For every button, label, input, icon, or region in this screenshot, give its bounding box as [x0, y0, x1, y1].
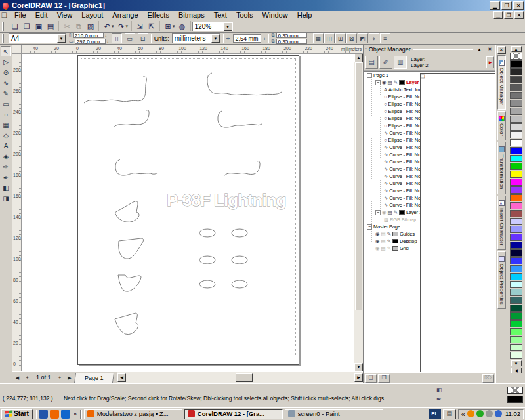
color-swatch[interactable]	[510, 178, 522, 186]
fill-tool[interactable]: ◧	[1, 182, 11, 193]
color-swatch[interactable]	[510, 186, 522, 194]
color-swatch[interactable]	[510, 320, 522, 327]
printer-tray-button[interactable]: ▤	[443, 409, 456, 419]
color-swatch[interactable]	[510, 202, 522, 209]
tray-icon-3[interactable]	[486, 410, 493, 417]
print-button[interactable]: ▤	[45, 21, 56, 32]
printable-icon[interactable]: ▤	[381, 238, 386, 244]
add-page-before-button[interactable]: +	[22, 373, 32, 383]
nudge-spinner[interactable]: ↕	[264, 37, 266, 41]
document-close-button[interactable]: ✕	[514, 11, 524, 19]
color-swatch[interactable]	[510, 352, 522, 359]
color-swatch[interactable]	[510, 108, 522, 115]
snap-to-grid-button[interactable]: ▦	[313, 33, 324, 43]
menu-arrange[interactable]: Arrange	[108, 10, 142, 20]
docker-tab-object-manager[interactable]: Object Manager	[497, 55, 506, 110]
no-color-swatch[interactable]	[510, 52, 522, 60]
color-swatch[interactable]	[510, 131, 522, 138]
toolbar-grip[interactable]	[2, 22, 4, 31]
drawing-canvas[interactable]: P-38F Lightning	[22, 54, 354, 371]
paper-width-field[interactable]: 210,0 mm	[73, 33, 104, 38]
editable-icon[interactable]: ✎	[394, 79, 398, 85]
rectangle-tool[interactable]: ▭	[1, 98, 11, 109]
color-swatch[interactable]	[510, 297, 522, 304]
docker-grip[interactable]: ”	[365, 47, 367, 52]
start-button[interactable]: Start	[1, 409, 33, 419]
color-swatch[interactable]	[510, 171, 522, 178]
units-dropdown-icon[interactable]: ▾	[211, 34, 220, 43]
color-swatch[interactable]	[510, 289, 522, 296]
quick-launch-media-icon[interactable]	[61, 410, 70, 419]
ruler-origin[interactable]	[12, 45, 22, 54]
menu-view[interactable]: View	[52, 10, 77, 20]
export-button[interactable]: ⇱	[146, 21, 158, 32]
visibility-icon[interactable]: ◉	[382, 209, 387, 215]
duplicate-x-field[interactable]: 6,35 mm	[276, 33, 307, 38]
interactive-fill-tool[interactable]: ◨	[1, 193, 11, 203]
paper-size-combo[interactable]: A4 ▾	[9, 33, 66, 43]
docker-close-button[interactable]: ✕	[486, 45, 494, 53]
edit-across-layers-button[interactable]: ✐	[379, 56, 392, 69]
color-swatch[interactable]	[510, 92, 522, 99]
docker-tab-object-properties[interactable]: Object Properties	[497, 251, 506, 309]
scroll-up-button[interactable]: ▲	[354, 54, 363, 62]
color-swatch[interactable]	[510, 147, 522, 154]
printable-icon[interactable]: ▤	[381, 231, 386, 237]
color-swatch[interactable]	[510, 265, 522, 272]
application-launcher-button-dropdown[interactable]: ▾	[173, 24, 175, 29]
undo-button-dropdown[interactable]: ▾	[112, 24, 114, 29]
smart-drawing-tool[interactable]: ✎	[1, 88, 11, 98]
basic-shapes-tool[interactable]: ◇	[1, 130, 11, 140]
horizontal-scrollbar[interactable]: ◀ ▶	[117, 372, 363, 383]
fill-color-swatch[interactable]	[507, 387, 523, 394]
color-swatch[interactable]	[510, 226, 522, 233]
portrait-button[interactable]: ▯	[112, 33, 122, 43]
new-master-layer-button[interactable]: ❐	[378, 374, 390, 383]
expand-toggle[interactable]: −	[367, 224, 372, 230]
tab-strip-close-button[interactable]: ✕	[497, 46, 506, 54]
palette-flyout-button[interactable]: ◀	[511, 368, 522, 373]
visibility-icon[interactable]: ◉	[375, 238, 380, 244]
layer-color-swatch[interactable]	[392, 246, 398, 251]
docker-tab-transformation[interactable]: Transformation	[497, 142, 506, 194]
docker-flyout-button[interactable]: ▶	[486, 56, 494, 68]
vertical-scroll-thumb[interactable]	[355, 62, 362, 310]
docker-tab-insert-character[interactable]: ★Insert Character	[497, 196, 506, 250]
task-button[interactable]: Modelarstwo z pasją • Z...	[84, 409, 182, 419]
visibility-icon[interactable]: ◉	[375, 245, 380, 251]
snap-to-objects-button[interactable]: ⊞	[335, 33, 346, 43]
paper-height-field[interactable]: 297,0 mm	[75, 39, 106, 44]
outline-color-swatch[interactable]	[507, 396, 523, 403]
menu-file[interactable]: File	[10, 10, 31, 20]
menu-effects[interactable]: Effects	[143, 10, 174, 20]
menu-edit[interactable]: Edit	[31, 10, 52, 20]
show-object-properties-button[interactable]: ▤	[365, 56, 378, 69]
zoom-dropdown-icon[interactable]: ▾	[224, 22, 232, 31]
layer-color-swatch[interactable]	[399, 210, 405, 215]
paper-height-spinner[interactable]: ↕	[107, 39, 109, 43]
horizontal-scroll-thumb[interactable]	[236, 373, 253, 382]
color-swatch[interactable]	[510, 242, 522, 249]
freehand-tool[interactable]: ∿	[1, 77, 11, 88]
pick-options-button[interactable]: ⌖	[369, 33, 379, 43]
zoom-tool[interactable]: ⊙	[1, 67, 11, 77]
color-swatch[interactable]	[510, 123, 522, 131]
editable-icon[interactable]: ✎	[387, 231, 391, 237]
printable-icon[interactable]: ▤	[388, 79, 392, 85]
palette-scroll-up-button[interactable]: ▲	[511, 46, 522, 52]
tray-icon-1[interactable]	[467, 410, 474, 417]
corel-online-button[interactable]: ◍	[177, 21, 188, 32]
landscape-button[interactable]: ▭	[125, 33, 135, 43]
units-combo[interactable]: millimeters ▾	[172, 33, 220, 43]
quick-launch-icon-1[interactable]	[39, 410, 48, 419]
color-swatch[interactable]	[510, 210, 522, 217]
color-swatch[interactable]	[510, 312, 522, 320]
paper-size-dropdown-icon[interactable]: ▾	[57, 34, 66, 43]
object-options-button[interactable]: ≡	[380, 33, 390, 43]
task-button[interactable]: screen0 - Paint	[285, 409, 383, 419]
shape-tool[interactable]: ▷	[1, 56, 11, 67]
expand-toggle[interactable]: −	[367, 73, 372, 78]
import-button[interactable]: ⇲	[134, 21, 146, 32]
new-layer-button[interactable]: ❏	[365, 374, 377, 383]
printable-icon[interactable]: ▤	[381, 245, 386, 251]
